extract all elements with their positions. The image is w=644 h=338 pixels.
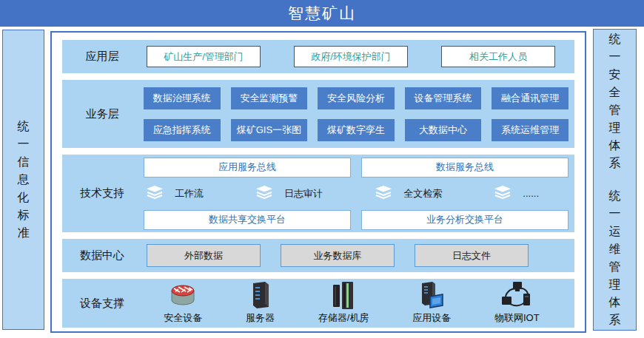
middleware-label: 工作流 [175, 187, 204, 200]
right-pillar-security-label: 统一安全管理体系 [608, 30, 621, 172]
tech-support-content: 应用服务总线 数据服务总线 工作流 日志审计 [142, 158, 574, 230]
log-file-box: 日志文件 [415, 244, 529, 267]
middleware-more: ...... [494, 186, 539, 201]
tile-digital-twin: 煤矿数字孪生 [318, 119, 395, 141]
app-device-icon [417, 280, 446, 310]
data-service-bus: 数据服务总线 [361, 158, 568, 178]
tile-equipment-management: 设备管理系统 [405, 87, 482, 109]
data-center-label: 数据中心 [62, 249, 142, 263]
page-title: 智慧矿山 [0, 0, 644, 27]
tile-big-data-center: 大数据中心 [405, 119, 482, 141]
application-box-government-env: 政府/环境保护部门 [294, 46, 408, 67]
middleware-fulltext-search: 全文检索 [375, 186, 442, 201]
tile-gis-one-map: 煤矿GIS一张图 [231, 119, 308, 141]
application-layer-band: 应用层 矿山生产/管理部门 政府/环境保护部门 相关工作人员 [62, 40, 574, 73]
middleware-workflow: 工作流 [147, 186, 204, 201]
platform-row: 数据共享交换平台 业务分析交换平台 [144, 210, 568, 230]
server-icon [249, 280, 272, 310]
device-support-label: 设备支撑 [62, 297, 142, 311]
data-sharing-exchange-platform: 数据共享交换平台 [144, 210, 351, 230]
device-label: 安全设备 [164, 311, 202, 325]
device-storage: 存储器/机房 [318, 280, 369, 325]
main-panel: 应用层 矿山生产/管理部门 政府/环境保护部门 相关工作人员 业务层 数据治理系… [50, 31, 586, 333]
right-pillar-unified-systems: 统一安全管理体系 统一运维管理体系 [593, 29, 637, 331]
tile-safety-monitor-warning: 安全监测预警 [231, 87, 308, 109]
tile-system-ops: 系统运维管理 [492, 119, 568, 141]
device-support-band: 设备支撑 安全设备 [62, 279, 574, 328]
left-pillar-label: 统一信息化标准 [17, 118, 30, 242]
layers-icon [147, 186, 163, 201]
business-layer-band: 业务层 数据治理系统 安全监测预警 安全风险分析 设备管理系统 融合通讯管理 应… [62, 80, 574, 148]
layers-icon [494, 186, 511, 201]
device-server: 服务器 [246, 280, 275, 325]
iot-network-icon [500, 280, 533, 310]
business-row-2: 应急指挥系统 煤矿GIS一张图 煤矿数字孪生 大数据中心 系统运维管理 [144, 119, 568, 141]
device-application: 应用设备 [412, 280, 451, 325]
business-analysis-exchange-platform: 业务分析交换平台 [361, 210, 568, 230]
data-center-content: 外部数据 业务数据库 日志文件 [142, 244, 574, 267]
storage-rack-icon [330, 280, 357, 310]
business-row-1: 数据治理系统 安全监测预警 安全风险分析 设备管理系统 融合通讯管理 [144, 87, 568, 109]
application-layer-label: 应用层 [62, 50, 142, 64]
device-label: 物联网IOT [494, 311, 540, 325]
middleware-label: 日志审计 [284, 187, 323, 200]
device-label: 应用设备 [412, 311, 451, 325]
middleware-label: ...... [523, 188, 539, 199]
business-layer-content: 数据治理系统 安全监测预警 安全风险分析 设备管理系统 融合通讯管理 应急指挥系… [142, 87, 574, 141]
device-support-content: 安全设备 服务器 [142, 280, 574, 326]
business-database-box: 业务数据库 [281, 244, 395, 267]
device-label: 服务器 [246, 311, 275, 325]
business-layer-label: 业务层 [62, 107, 142, 121]
tile-data-governance: 数据治理系统 [144, 87, 221, 109]
tile-safety-risk-analysis: 安全风险分析 [318, 87, 395, 109]
firewall-security-icon [167, 280, 199, 310]
tech-support-band: 技术支持 应用服务总线 数据服务总线 工作流 [62, 155, 574, 232]
data-center-band: 数据中心 外部数据 业务数据库 日志文件 [62, 239, 574, 272]
service-bus-row: 应用服务总线 数据服务总线 [144, 158, 568, 178]
smart-mine-architecture-diagram: 智慧矿山 统一信息化标准 应用层 矿山生产/管理部门 政府/环境保护部门 相关工… [0, 0, 644, 338]
middleware-label: 全文检索 [403, 187, 442, 200]
left-pillar-unified-info-standard: 统一信息化标准 [2, 30, 44, 330]
device-security: 安全设备 [164, 280, 202, 325]
application-box-mine-production: 矿山生产/管理部门 [147, 46, 261, 67]
layers-icon [256, 186, 272, 201]
application-box-related-staff: 相关工作人员 [441, 46, 555, 67]
tile-converged-comms: 融合通讯管理 [492, 87, 568, 109]
app-service-bus: 应用服务总线 [144, 158, 351, 178]
device-label: 存储器/机房 [318, 311, 369, 325]
middleware-log-audit: 日志审计 [256, 186, 323, 201]
external-data-box: 外部数据 [147, 244, 261, 267]
middleware-row: 工作流 日志审计 全文检索 [144, 183, 568, 204]
tech-support-label: 技术支持 [62, 186, 142, 200]
layers-icon [375, 186, 392, 201]
tile-emergency-command: 应急指挥系统 [144, 119, 221, 141]
right-pillar-ops-label: 统一运维管理体系 [608, 187, 621, 329]
application-layer-content: 矿山生产/管理部门 政府/环境保护部门 相关工作人员 [142, 46, 574, 67]
device-iot: 物联网IOT [494, 280, 540, 325]
